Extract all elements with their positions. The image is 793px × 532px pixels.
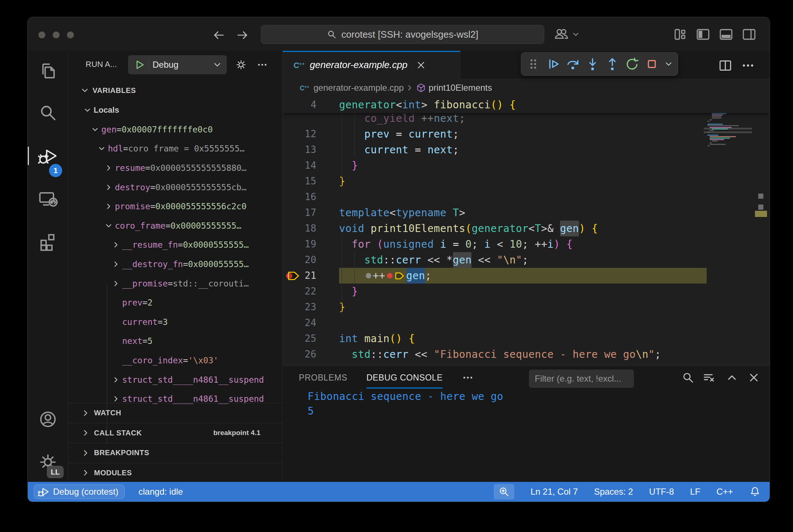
toggle-panel-icon[interactable] — [718, 27, 734, 42]
chevron-right-icon[interactable] — [112, 394, 122, 404]
code-editor[interactable]: co_yield ++next;12 prev = current;13 cur… — [283, 96, 770, 366]
step-over-button[interactable] — [564, 56, 581, 72]
variable-row[interactable]: gen = 0x00007fffffffe0c0 — [68, 120, 282, 139]
tab-problems[interactable]: PROBLEMS — [299, 366, 347, 389]
section-call-stack[interactable]: CALL STACKbreakpoint 4.1 — [68, 423, 282, 443]
inline-breakpoint-candidate-icon[interactable] — [366, 273, 371, 278]
variable-row[interactable]: Locals — [68, 101, 282, 120]
chevron-right-icon[interactable] — [104, 163, 115, 173]
variable-row[interactable]: current = 3 — [68, 312, 282, 332]
overview-ruler[interactable] — [754, 96, 770, 366]
explorer-icon[interactable] — [38, 61, 58, 80]
chevron-down-icon[interactable] — [104, 221, 115, 231]
chevron-right-icon[interactable] — [104, 202, 115, 211]
clangd-status[interactable]: clangd: idle — [139, 487, 183, 497]
variable-row[interactable]: hdl = coro frame = 0x5555555… — [68, 139, 282, 158]
code-line-26[interactable]: 26 std::cerr << "Fibonacci sequence - he… — [283, 346, 770, 362]
toolbar-drag-grip[interactable] — [525, 56, 542, 72]
clear-console-icon[interactable] — [702, 371, 715, 384]
tab-generator-example[interactable]: generator-example.cpp — [283, 51, 461, 79]
status-item[interactable]: Spaces: 2 — [594, 487, 633, 497]
breadcrumb-symbol[interactable]: print10Elements — [429, 83, 492, 93]
panel-search-icon[interactable] — [681, 371, 695, 384]
command-center-search[interactable]: corotest [SSH: avogelsges-wsl2] — [261, 25, 544, 44]
chevron-right-icon[interactable] — [104, 183, 115, 192]
section-watch[interactable]: WATCH — [68, 403, 282, 423]
code-line-27[interactable]: 27 generator<int> fib = fibonacci(); — [283, 362, 770, 366]
variable-row[interactable]: __coro_index = '\x03' — [68, 351, 282, 370]
variable-row[interactable]: struct_std____n4861__suspend — [68, 370, 282, 389]
profiles-button[interactable] — [554, 27, 580, 42]
debug-console-output[interactable]: Fibonacci sequence - here we go5 — [283, 389, 770, 462]
variable-row[interactable]: promise = 0x000055555556c2c0 — [68, 197, 282, 216]
sticky-scroll-line[interactable]: 4 generator<int> fibonacci() { — [283, 96, 770, 113]
editor-more-actions-icon[interactable] — [741, 58, 755, 73]
variables-section-header[interactable]: VARIABLES — [68, 82, 282, 99]
section-breakpoints[interactable]: BREAKPOINTS — [68, 443, 282, 463]
status-item[interactable]: C++ — [717, 487, 733, 497]
code-line-23[interactable]: 23} — [283, 299, 770, 315]
panel-more-tabs-icon[interactable] — [462, 371, 474, 384]
console-line[interactable]: 5 — [308, 404, 770, 419]
variable-row[interactable]: destroy = 0x0000555555555cb… — [68, 177, 282, 197]
chevron-down-icon[interactable] — [83, 105, 94, 115]
toggle-primary-sidebar-icon[interactable] — [695, 27, 711, 42]
zoom-status-item[interactable] — [494, 484, 514, 499]
code-line-14[interactable]: 14 } — [283, 158, 770, 173]
stop-button[interactable] — [643, 56, 660, 72]
restart-button[interactable] — [624, 56, 640, 72]
variable-row[interactable]: coro_frame = 0x00005555555… — [68, 216, 282, 236]
split-editor-icon[interactable] — [718, 58, 733, 73]
remote-explorer-icon[interactable] — [38, 189, 58, 209]
chevron-right-icon[interactable] — [112, 279, 122, 288]
console-filter-input[interactable]: Filter (e.g. text, !excl... — [529, 370, 634, 388]
chevron-right-icon[interactable] — [112, 375, 122, 385]
continue-button[interactable] — [545, 56, 561, 72]
chevron-down-icon[interactable] — [212, 60, 222, 70]
run-and-debug-icon[interactable] — [38, 146, 58, 166]
notifications-bell-icon[interactable] — [749, 486, 761, 498]
launch-config-control[interactable]: Debug — [128, 55, 227, 74]
maximize-panel-icon[interactable] — [725, 371, 738, 384]
chevron-down-icon[interactable] — [91, 125, 101, 134]
chevron-down-icon[interactable] — [97, 144, 108, 153]
back-icon[interactable] — [212, 29, 225, 42]
code-line-15[interactable]: 15} — [283, 173, 770, 189]
code-line-16[interactable]: 16 — [283, 189, 770, 205]
extensions-icon[interactable] — [38, 232, 58, 252]
status-item[interactable]: LF — [690, 487, 700, 497]
status-item[interactable]: Ln 21, Col 7 — [530, 487, 578, 497]
code-line-25[interactable]: 25int main() { — [283, 331, 770, 346]
traffic-zoom-button[interactable] — [67, 31, 74, 38]
status-debug-item[interactable]: Debug (corotest) — [34, 484, 125, 499]
code-line-19[interactable]: 19 for (unsigned i = 0; i < 10; ++i) { — [283, 236, 770, 252]
code-line-20[interactable]: 20 std::cerr << *gen << "\n"; — [283, 252, 770, 268]
code-line-12[interactable]: 12 prev = current; — [283, 126, 770, 142]
customize-layout-icon[interactable] — [672, 27, 688, 42]
chevron-right-icon[interactable] — [112, 240, 122, 250]
traffic-close-button[interactable] — [38, 31, 45, 38]
launch-config-name[interactable]: Debug — [149, 60, 212, 70]
forward-icon[interactable] — [236, 29, 249, 42]
code-line-22[interactable]: 22 } — [283, 284, 770, 299]
more-actions-icon[interactable] — [256, 59, 268, 71]
traffic-minimize-button[interactable] — [53, 31, 60, 38]
step-into-button[interactable] — [584, 56, 601, 72]
step-out-button[interactable] — [604, 56, 621, 72]
code-line-17[interactable]: 17template<typename T> — [283, 205, 770, 221]
toggle-secondary-sidebar-icon[interactable] — [741, 27, 757, 42]
code-line-24[interactable]: 24 — [283, 315, 770, 331]
variable-row[interactable]: __resume_fn = 0x0000555555… — [68, 235, 282, 255]
console-line[interactable]: Fibonacci sequence - here we go — [308, 389, 770, 404]
code-line-18[interactable]: 18void print10Elements(generator<T>& gen… — [283, 221, 770, 236]
code-line-21[interactable]: 21 ++gen; — [283, 268, 770, 284]
variable-row[interactable]: prev = 2 — [68, 293, 282, 312]
breadcrumb-file[interactable]: generator-example.cpp — [313, 83, 404, 93]
code-line-13[interactable]: 13 current = next; — [283, 142, 770, 158]
close-icon[interactable] — [416, 60, 426, 71]
status-item[interactable]: UTF-8 — [649, 487, 674, 497]
configure-gear-icon[interactable] — [235, 59, 247, 71]
account-icon[interactable] — [38, 409, 58, 429]
variable-row[interactable]: __destroy_fn = 0x000055555… — [68, 255, 282, 274]
tab-debug-console[interactable]: DEBUG CONSOLE — [367, 366, 443, 389]
